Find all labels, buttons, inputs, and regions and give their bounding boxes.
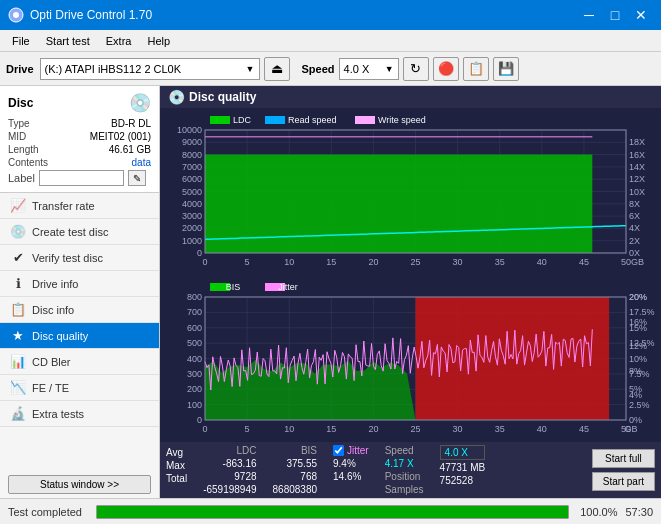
sidebar: Disc 💿 Type BD-R DL MID MEIT02 (001) Len… — [0, 86, 160, 498]
disc-contents-label: Contents — [8, 157, 48, 168]
disc-type-row: Type BD-R DL — [8, 118, 151, 129]
stats-avg-bis: 375.55 — [273, 458, 318, 469]
disc-length-value: 46.61 GB — [109, 144, 151, 155]
disc-mid-label: MID — [8, 131, 26, 142]
disc-length-row: Length 46.61 GB — [8, 144, 151, 155]
title-bar-left: Opti Drive Control 1.70 — [8, 7, 152, 23]
disc-panel-icon: 💿 — [129, 92, 151, 114]
drive-name: (K:) ATAPI iHBS112 2 CL0K — [45, 63, 182, 75]
stats-samples-val: 752528 — [440, 475, 486, 486]
disc-quality-icon: ★ — [10, 328, 26, 343]
stats-ldc-header: LDC — [203, 445, 256, 456]
sidebar-item-drive-info[interactable]: ℹ Drive info — [0, 271, 159, 297]
menu-help[interactable]: Help — [139, 33, 178, 49]
save-button[interactable]: 💾 — [493, 57, 519, 81]
stats-avg-jitter: 9.4% — [333, 458, 369, 469]
disc-info-icon: 📋 — [10, 302, 26, 317]
stats-pos-label: Position — [385, 471, 424, 482]
chart-header: 💿 Disc quality — [160, 86, 661, 108]
verify-test-disc-icon: ✔ — [10, 250, 26, 265]
disc-contents-value: data — [132, 157, 151, 168]
sidebar-item-verify-test-disc[interactable]: ✔ Verify test disc — [0, 245, 159, 271]
stats-speed-header: Speed — [385, 445, 424, 456]
disc-contents-row: Contents data — [8, 157, 151, 168]
disc-panel-label: Disc — [8, 96, 33, 110]
disc-label-input[interactable] — [39, 170, 124, 186]
sidebar-item-fe-te[interactable]: 📉 FE / TE — [0, 375, 159, 401]
disc-type-label: Type — [8, 118, 30, 129]
svg-point-1 — [13, 12, 19, 18]
nav-transfer-rate-label: Transfer rate — [32, 200, 95, 212]
menu-start-test[interactable]: Start test — [38, 33, 98, 49]
start-full-button[interactable]: Start full — [592, 449, 655, 468]
maximize-button[interactable]: □ — [603, 5, 627, 25]
speed-selector[interactable]: 4.0 X ▼ — [339, 58, 399, 80]
chevron-down-icon: ▼ — [246, 64, 255, 74]
stats-total-label: Total — [166, 473, 187, 484]
sidebar-item-transfer-rate[interactable]: 📈 Transfer rate — [0, 193, 159, 219]
copy-button[interactable]: 📋 — [463, 57, 489, 81]
toolbar: Drive (K:) ATAPI iHBS112 2 CL0K ▼ ⏏ Spee… — [0, 52, 661, 86]
charts-area: Avg Max Total LDC -863.16 9728 -65919894… — [160, 108, 661, 498]
drive-label: Drive — [6, 63, 34, 75]
chart-header-title: Disc quality — [189, 90, 256, 104]
stats-avg-label: Avg — [166, 447, 187, 458]
stats-max-jitter: 14.6% — [333, 471, 369, 482]
stats-table: Avg Max Total LDC -863.16 9728 -65919894… — [166, 445, 578, 495]
nav-extra-tests-label: Extra tests — [32, 408, 84, 420]
status-text: Test completed — [8, 506, 88, 518]
sidebar-item-extra-tests[interactable]: 🔬 Extra tests — [0, 401, 159, 427]
disc-mid-value: MEIT02 (001) — [90, 131, 151, 142]
nav-cd-bler-label: CD Bler — [32, 356, 71, 368]
sidebar-item-disc-quality[interactable]: ★ Disc quality — [0, 323, 159, 349]
drive-selector[interactable]: (K:) ATAPI iHBS112 2 CL0K ▼ — [40, 58, 260, 80]
start-part-button[interactable]: Start part — [592, 472, 655, 491]
refresh-button[interactable]: ↻ — [403, 57, 429, 81]
menu-extra[interactable]: Extra — [98, 33, 140, 49]
fe-te-icon: 📉 — [10, 380, 26, 395]
sidebar-item-create-test-disc[interactable]: 💿 Create test disc — [0, 219, 159, 245]
stats-total-ldc: -659198949 — [203, 484, 256, 495]
stats-bis-header: BIS — [273, 445, 318, 456]
menu-file[interactable]: File — [4, 33, 38, 49]
progress-bar-fill — [97, 506, 568, 518]
stats-samples-label: Samples — [385, 484, 424, 495]
speed-label: Speed — [302, 63, 335, 75]
stats-jitter-col: Jitter 9.4% 14.6% — [333, 445, 369, 495]
speed-set-val: 4.0 X — [445, 447, 468, 458]
top-chart-container — [160, 108, 661, 275]
menu-bar: File Start test Extra Help — [0, 30, 661, 52]
bottom-chart-container — [160, 275, 661, 442]
stats-max-ldc: 9728 — [203, 471, 256, 482]
stats-max-bis: 768 — [273, 471, 318, 482]
title-bar-controls: ─ □ ✕ — [577, 5, 653, 25]
sidebar-item-cd-bler[interactable]: 📊 CD Bler — [0, 349, 159, 375]
speed-value: 4.0 X — [344, 63, 370, 75]
sidebar-item-disc-info[interactable]: 📋 Disc info — [0, 297, 159, 323]
jitter-checkbox[interactable] — [333, 445, 344, 456]
jitter-label: Jitter — [347, 445, 369, 456]
disc-length-label: Length — [8, 144, 39, 155]
disc-label-row: Label ✎ — [8, 170, 151, 186]
close-button[interactable]: ✕ — [629, 5, 653, 25]
disc-label-field-label: Label — [8, 172, 35, 184]
eject-button[interactable]: ⏏ — [264, 57, 290, 81]
stats-bis: BIS 375.55 768 86808380 — [273, 445, 318, 495]
action-buttons: Start full Start part — [592, 449, 655, 491]
minimize-button[interactable]: ─ — [577, 5, 601, 25]
chevron-down-icon2: ▼ — [385, 64, 394, 74]
disc-label-edit-btn[interactable]: ✎ — [128, 170, 146, 186]
status-window-btn[interactable]: Status window >> — [8, 475, 151, 494]
stats-ldc: LDC -863.16 9728 -659198949 — [203, 445, 256, 495]
stats-pos-val: 47731 MB — [440, 462, 486, 473]
settings-button[interactable]: 🔴 — [433, 57, 459, 81]
sidebar-nav: 📈 Transfer rate 💿 Create test disc ✔ Ver… — [0, 193, 159, 471]
stats-avg-ldc: -863.16 — [203, 458, 256, 469]
stats-avg-speed: 4.17 X — [385, 458, 424, 469]
content-area: 💿 Disc quality Avg Max Total — [160, 86, 661, 498]
transfer-rate-icon: 📈 — [10, 198, 26, 213]
nav-disc-info-label: Disc info — [32, 304, 74, 316]
app-title: Opti Drive Control 1.70 — [30, 8, 152, 22]
stats-speed-col: Speed 4.17 X Position Samples — [385, 445, 424, 495]
nav-disc-quality-label: Disc quality — [32, 330, 88, 342]
